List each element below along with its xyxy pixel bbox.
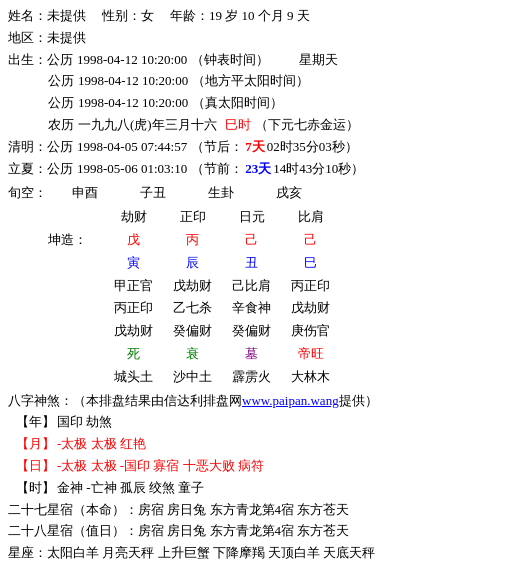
sub2-col2: 乙七杀 xyxy=(163,297,222,320)
xunkong-col3: 生卦 xyxy=(191,183,251,204)
lunar-val: 一九九八(虎)年三月十六 xyxy=(78,115,217,136)
solar2-label: 公历 xyxy=(48,71,74,92)
shensha-item-hour: 【时】 金神 -亡神 孤辰 绞煞 童子 xyxy=(16,478,508,499)
wuxing-col4: 帝旺 xyxy=(281,343,340,366)
sub3-row: 戊劫财 癸偏财 癸偏财 庚伤官 xyxy=(48,320,340,343)
gender-val: 女 xyxy=(141,6,154,27)
wuxing-label xyxy=(48,343,104,366)
sub2-col4: 戊劫财 xyxy=(281,297,340,320)
xingzuo-row: 星座： 太阳白羊 月亮天秤 上升巨蟹 下降摩羯 天顶白羊 天底天秤 xyxy=(8,543,508,564)
dz-col1: 寅 xyxy=(104,252,163,275)
dz-col2: 辰 xyxy=(163,252,222,275)
qingming-time: 02时35分03秒） xyxy=(267,137,358,158)
lixia-solar: 公历 xyxy=(47,159,73,180)
sub2-col1: 丙正印 xyxy=(104,297,163,320)
shensha-year-label: 【年】 xyxy=(16,412,55,433)
shichen: 巳时 xyxy=(225,115,251,136)
tg-col4: 己 xyxy=(281,229,340,252)
shensha-link[interactable]: www.paipan.wang xyxy=(242,391,339,412)
solar-label: 公历 xyxy=(47,50,73,71)
shensha-header: 八字神煞： （本排盘结果由信达利排盘网 www.paipan.wang 提供） xyxy=(8,391,508,412)
shensha-month-label: 【月】 xyxy=(16,434,55,455)
tg-row: 坤造： 戊 丙 己 己 xyxy=(48,229,340,252)
xunkong-col1: 申酉 xyxy=(55,183,115,204)
shensha-hour-label: 【时】 xyxy=(16,478,55,499)
birth-row2: 公历 1998-04-12 10:20:00 （地方平太阳时间） xyxy=(48,71,508,92)
ganzhi-table: 劫财 正印 日元 比肩 坤造： 戊 丙 己 己 寅 辰 丑 巳 甲正官 戊劫财 … xyxy=(48,206,340,388)
shensha-year-content: 国印 劫煞 xyxy=(57,412,112,433)
wuxing-col3: 墓 xyxy=(222,343,281,366)
dz-col3: 丑 xyxy=(222,252,281,275)
sub2-col3: 辛食神 xyxy=(222,297,281,320)
shensha-day-label: 【日】 xyxy=(16,456,55,477)
shensha-item-day: 【日】 -太极 太极 -国印 寡宿 十恶大败 病符 xyxy=(16,456,508,477)
region-val: 未提供 xyxy=(47,28,86,49)
header-col3: 日元 xyxy=(222,206,281,229)
profile-row: 姓名： 未提供 性别： 女 年龄： 19 岁 10 个月 9 天 xyxy=(8,6,508,27)
shensha-item-month: 【月】 -太极 太极 红艳 xyxy=(16,434,508,455)
nayin-row: 城头土 沙中土 霹雳火 大林木 xyxy=(48,366,340,389)
header-col1: 劫财 xyxy=(104,206,163,229)
true-note: （真太阳时间） xyxy=(192,93,283,114)
sub3-col4: 庚伤官 xyxy=(281,320,340,343)
stars27-row: 二十七星宿（本命）： 房宿 房日兔 东方青龙第4宿 东方苍天 xyxy=(8,500,508,521)
lixia-label: 立夏： xyxy=(8,159,47,180)
qingming-row: 清明： 公历 1998-04-05 07:44:57 （节后： 7天 02时35… xyxy=(8,137,508,158)
lixia-dt: 1998-05-06 01:03:10 xyxy=(77,159,187,180)
birth-label: 出生： xyxy=(8,50,47,71)
xia-note: （下元七赤金运） xyxy=(255,115,359,136)
solar3-label: 公历 xyxy=(48,93,74,114)
wuxing-col1: 死 xyxy=(104,343,163,366)
nayin-col2: 沙中土 xyxy=(163,366,222,389)
qingming-dt: 1998-04-05 07:44:57 xyxy=(77,137,187,158)
sub3-col1: 戊劫财 xyxy=(104,320,163,343)
local-note: （地方平太阳时间） xyxy=(192,71,309,92)
region-row: 地区： 未提供 xyxy=(8,28,508,49)
xunkong-col2: 子丑 xyxy=(123,183,183,204)
dz-col4: 巳 xyxy=(281,252,340,275)
region-label: 地区： xyxy=(8,28,47,49)
wuxing-col2: 衰 xyxy=(163,343,222,366)
shensha-day-content: -太极 太极 -国印 寡宿 十恶大败 病符 xyxy=(57,456,264,477)
xunkong-col4: 戌亥 xyxy=(259,183,319,204)
dz-label xyxy=(48,252,104,275)
name-val: 未提供 xyxy=(47,6,86,27)
sub1-row: 甲正官 戊劫财 己比肩 丙正印 xyxy=(48,275,340,298)
sub1-col4: 丙正印 xyxy=(281,275,340,298)
stars28-label: 二十八星宿（值日）： xyxy=(8,521,138,542)
sub1-col1: 甲正官 xyxy=(104,275,163,298)
clock-note: （钟表时间） xyxy=(191,50,269,71)
shensha-item-year: 【年】 国印 劫煞 xyxy=(16,412,508,433)
stars27-label: 二十七星宿（本命）： xyxy=(8,500,138,521)
lixia-note: （节前： xyxy=(191,159,243,180)
nayin-col1: 城头土 xyxy=(104,366,163,389)
tg-label: 坤造： xyxy=(48,229,104,252)
header-row: 劫财 正印 日元 比肩 xyxy=(48,206,340,229)
nayin-col3: 霹雳火 xyxy=(222,366,281,389)
lixia-row: 立夏： 公历 1998-05-06 01:03:10 （节前： 23天 14时4… xyxy=(8,159,508,180)
gender-label: 性别： xyxy=(102,6,141,27)
sub1-label xyxy=(48,275,104,298)
age-label: 年龄： xyxy=(170,6,209,27)
lixia-time: 14时43分10秒） xyxy=(273,159,364,180)
shensha-hour-content: 金神 -亡神 孤辰 绞煞 童子 xyxy=(57,478,204,499)
qingming-label: 清明： xyxy=(8,137,47,158)
shensha-note: （本排盘结果由信达利排盘网 xyxy=(73,391,242,412)
xingzuo-val: 太阳白羊 月亮天秤 上升巨蟹 下降摩羯 天顶白羊 天底天秤 xyxy=(47,543,375,564)
wuxing-row: 死 衰 墓 帝旺 xyxy=(48,343,340,366)
nayin-label xyxy=(48,366,104,389)
xunkong-label: 旬空： xyxy=(8,183,47,204)
tg-col2: 丙 xyxy=(163,229,222,252)
header-col2: 正印 xyxy=(163,206,222,229)
solar-dt: 1998-04-12 10:20:00 xyxy=(77,50,187,71)
birth-row3: 公历 1998-04-12 10:20:00 （真太阳时间） xyxy=(48,93,508,114)
sub1-col2: 戊劫财 xyxy=(163,275,222,298)
shensha-title: 八字神煞： xyxy=(8,391,73,412)
age-val: 19 岁 10 个月 9 天 xyxy=(209,6,310,27)
sub1-col3: 己比肩 xyxy=(222,275,281,298)
header-col4: 比肩 xyxy=(281,206,340,229)
qingming-solar: 公历 xyxy=(47,137,73,158)
sub3-col2: 癸偏财 xyxy=(163,320,222,343)
qingming-note: （节后： xyxy=(191,137,243,158)
birth-row1: 出生： 公历 1998-04-12 10:20:00 （钟表时间） 星期天 xyxy=(8,50,508,71)
